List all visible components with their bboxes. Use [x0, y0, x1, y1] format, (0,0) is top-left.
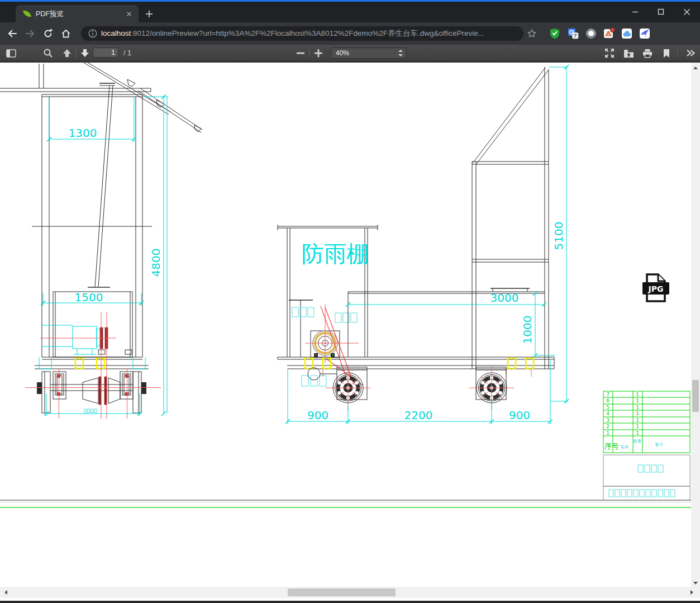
window-titlebar: PDF预览 — [0, 0, 700, 22]
zoom-select[interactable]: 40% — [331, 48, 407, 59]
ring-icon — [585, 28, 597, 39]
back-button[interactable] — [6, 27, 19, 40]
svg-text:1: 1 — [606, 430, 609, 436]
page-number-input[interactable] — [93, 48, 118, 58]
page-total-label: / 1 — [123, 49, 131, 57]
site-info-icon[interactable] — [88, 29, 98, 39]
zoom-in-button[interactable] — [313, 48, 324, 59]
header-remark: 备注 — [655, 442, 664, 447]
browser-tab[interactable]: PDF预览 — [16, 5, 139, 22]
horizontal-scroll-thumb[interactable] — [288, 588, 396, 596]
pdf-viewer-canvas: 1300 1500 4800 — [0, 61, 700, 587]
previous-page-button[interactable] — [61, 48, 73, 59]
extension-proxy-with-badge[interactable] — [603, 27, 615, 40]
double-chevron-icon — [686, 49, 695, 58]
row-no: 7 — [606, 392, 609, 397]
proxy-icon — [603, 27, 615, 40]
bookmark-icon — [663, 49, 670, 58]
open-file-icon — [623, 49, 634, 58]
jpg-label: JPG — [648, 284, 664, 293]
close-icon — [683, 8, 691, 16]
extension-ring[interactable] — [585, 27, 597, 40]
dim-1000: 1000 — [521, 316, 534, 344]
minus-icon — [296, 49, 305, 58]
home-icon — [60, 28, 72, 39]
open-file-button[interactable] — [623, 48, 634, 59]
toolbar-divider — [677, 49, 678, 58]
extension-adblock-shield[interactable] — [549, 27, 561, 40]
toolbar-divider — [309, 49, 309, 58]
page-up-icon — [63, 49, 72, 58]
browser-navbar: localhost:8012/onlinePreview?url=http%3A… — [0, 22, 700, 45]
url-bar[interactable]: localhost:8012/onlinePreview?url=http%3A… — [81, 26, 523, 41]
title-block — [603, 455, 690, 500]
extension-swallow[interactable] — [639, 27, 651, 40]
svg-text:6: 6 — [606, 398, 609, 403]
dim-900-right: 900 — [509, 409, 530, 422]
search-icon — [43, 48, 53, 58]
svg-text:2: 2 — [606, 424, 609, 429]
tab-close-icon[interactable] — [125, 10, 133, 18]
horizontal-scrollbar[interactable] — [0, 587, 700, 598]
svg-text:5: 5 — [606, 405, 609, 410]
url-host: localhost — [101, 29, 131, 37]
extension-cloud[interactable] — [621, 27, 633, 40]
window-maximize-button[interactable] — [651, 4, 670, 20]
svg-text:1: 1 — [636, 424, 639, 429]
scroll-up-arrow[interactable] — [691, 64, 700, 72]
forward-icon — [25, 28, 36, 39]
svg-text:1: 1 — [636, 398, 639, 403]
cad-drawing: 1300 1500 4800 — [0, 63, 691, 587]
reload-button[interactable] — [41, 27, 55, 40]
print-icon — [642, 49, 653, 58]
forward-button[interactable] — [23, 27, 37, 40]
reload-icon — [42, 28, 54, 39]
header-no: 序号 — [604, 442, 619, 450]
print-button[interactable] — [642, 48, 653, 59]
label-tofu-left — [292, 307, 314, 317]
scroll-down-arrow[interactable] — [691, 579, 700, 587]
find-button[interactable] — [42, 48, 54, 59]
side-view — [278, 67, 554, 410]
sidebar-icon — [6, 49, 16, 58]
dim-1300: 1300 — [69, 126, 97, 140]
zoom-out-button[interactable] — [295, 48, 306, 59]
star-icon — [527, 29, 537, 39]
new-tab-button[interactable] — [144, 9, 154, 19]
dim-2200: 2200 — [404, 409, 433, 422]
extension-google-translate[interactable] — [567, 27, 579, 40]
svg-text:3: 3 — [606, 417, 609, 423]
tiny-dim-tofu — [84, 409, 87, 412]
dim-3000: 3000 — [491, 291, 519, 305]
bookmark-button[interactable] — [661, 48, 672, 59]
home-button[interactable] — [59, 27, 73, 40]
next-page-button[interactable] — [79, 48, 91, 59]
cloud-icon — [621, 27, 633, 40]
header-qty: 数量 — [634, 439, 642, 444]
presentation-mode-button[interactable] — [604, 48, 615, 59]
plus-icon — [314, 49, 323, 58]
translate-icon — [568, 28, 579, 39]
scroll-right-arrow[interactable] — [687, 588, 696, 596]
toolbar-divider — [76, 49, 77, 58]
dim-4800: 4800 — [149, 249, 163, 277]
vertical-scroll-thumb[interactable] — [692, 380, 699, 412]
pdf-toolbar: / 1 40% — [0, 45, 700, 61]
dim-1500: 1500 — [75, 291, 103, 304]
svg-text:4: 4 — [606, 411, 609, 416]
fullscreen-icon — [604, 48, 615, 58]
scroll-left-arrow[interactable] — [1, 588, 10, 596]
svg-text:1: 1 — [636, 417, 639, 423]
more-tools-button[interactable] — [685, 48, 696, 59]
window-minimize-button[interactable] — [626, 4, 645, 20]
sidebar-toggle-button[interactable] — [6, 48, 17, 59]
window-close-button[interactable] — [677, 4, 696, 20]
back-icon — [7, 28, 18, 39]
vertical-scrollbar[interactable] — [691, 63, 700, 587]
zoom-value: 40% — [336, 49, 397, 57]
dim-5100: 5100 — [552, 222, 565, 250]
sheet-border — [0, 500, 691, 507]
spring-leaf-favicon — [23, 10, 31, 18]
page-down-icon — [80, 49, 89, 58]
bookmark-star-button[interactable] — [525, 27, 539, 40]
